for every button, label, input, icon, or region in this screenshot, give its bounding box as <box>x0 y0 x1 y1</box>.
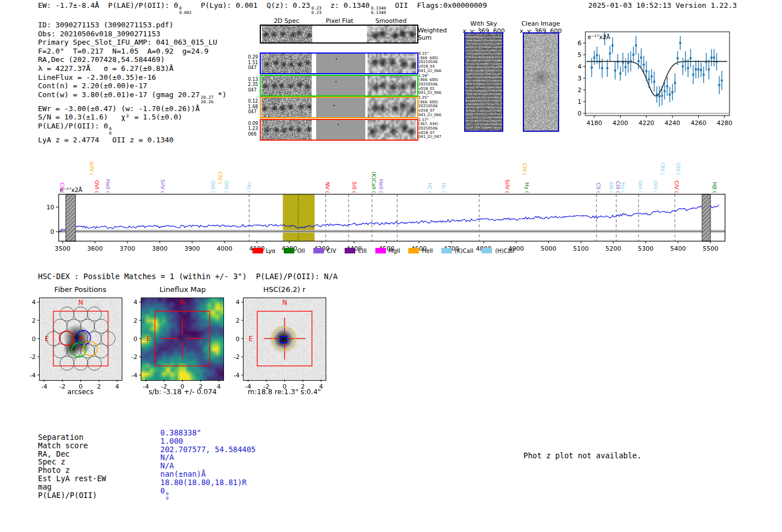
info-line-1: Obs: 20210506v018_3090271153 <box>38 30 227 39</box>
svg-text:-4: -4 <box>41 383 47 390</box>
row-2dspec-image <box>261 54 312 73</box>
svg-text:0: 0 <box>50 228 54 236</box>
line-label-OIII: OIII ( <box>660 162 666 175</box>
row-smoothed-image <box>368 120 416 140</box>
svg-text:N: N <box>282 299 287 306</box>
line-label-Hγ: Hγ ( <box>620 183 626 194</box>
svg-text:4: 4 <box>133 299 137 306</box>
timestamp-version: 2025-01-03 10:52:13 Version 1.22.3 <box>588 1 737 9</box>
row-pixelflat-image <box>316 76 365 95</box>
svg-text:E: E <box>249 335 252 343</box>
row-left-stats-3: 0.091.23066 <box>248 121 258 137</box>
hsc-dex-match-line: HSC-DEX : Possible Matches = 1 (within +… <box>38 272 337 281</box>
info-line-9: EWr = -3.00(±0.47) (w: -1.70(±0.26))Å <box>38 104 227 113</box>
line-label-Hζ: Hζ ( <box>427 183 433 193</box>
row-smoothed-image <box>368 54 416 73</box>
svg-text:5300: 5300 <box>638 245 654 252</box>
match-label-6: mag <box>38 483 51 491</box>
svg-text:2: 2 <box>32 317 36 324</box>
stacked-fraction: 0.13400.1340 <box>371 6 386 15</box>
legend-swatch <box>345 248 355 253</box>
row-right-info-3: 1.57"(367, 434)20210506v018_07041_LU_047 <box>418 118 441 140</box>
match-label-1: Match score <box>38 442 88 450</box>
info-line-5: λ = 4227.37Å σ = 6.27(±0.83)Å <box>38 64 227 73</box>
svg-text:4: 4 <box>236 299 240 306</box>
svg-text:3600: 3600 <box>87 245 103 252</box>
svg-text:4200: 4200 <box>613 119 628 127</box>
weighted-sum-label: Weighted Sum <box>418 27 452 41</box>
svg-text:2: 2 <box>578 87 581 94</box>
row-2dspec-image <box>261 120 312 140</box>
lineflux-map-xlabel: s/b: -3.18 +/- 0.074 <box>149 387 217 396</box>
row-2dspec-image <box>261 98 312 117</box>
line-label-CII: CII ( <box>595 183 602 193</box>
svg-text:4240: 4240 <box>665 119 680 127</box>
svg-text:-4: -4 <box>30 372 36 379</box>
info-line-3: F=2.0" T=0.217 N=1.05 A=0.92 g=24.9 <box>38 47 227 56</box>
spectrum-legend: LyαOIICIVCIIIMgIIHeII(K)CaII(H)CaII <box>252 248 514 254</box>
svg-text:0: 0 <box>133 336 137 343</box>
line-label-SiIV: SiIV ( <box>89 161 95 175</box>
match-value-4: N/A <box>160 462 174 470</box>
line-label-OIII: OIII ( <box>675 162 681 175</box>
hsc-cutout-xlabel: m:18.8 re:1.3" s:0.4" <box>248 387 321 396</box>
info-line-7: Cont(n) = 2.20(±0.00)e-17 <box>38 82 227 90</box>
legend-item-HeII: HeII <box>408 248 433 254</box>
legend-item-OII: OII <box>284 248 305 254</box>
legend-item-CIV: CIV <box>313 248 336 254</box>
header-segment-5: OII <box>395 1 408 9</box>
line-label-Hγ: Hγ ( <box>524 183 530 194</box>
line-label-CII: CII ( <box>59 183 65 193</box>
col-title-smoothed: Smoothed <box>375 17 407 25</box>
weighted-2dspec-image <box>262 26 312 42</box>
line-label-Hη: Hη ( <box>246 182 252 193</box>
svg-text:-4: -4 <box>131 372 137 379</box>
svg-text:4220: 4220 <box>638 119 654 127</box>
svg-text:-2: -2 <box>59 383 65 390</box>
legend-swatch <box>481 248 492 253</box>
line-label-OIII: OIII ( <box>223 180 230 193</box>
svg-text:4280: 4280 <box>717 119 732 127</box>
line-label-OIII: OIII ( <box>210 180 216 193</box>
line-label-HeII: HeII ( <box>378 179 384 193</box>
svg-text:-4: -4 <box>233 372 240 379</box>
fiber-positions-xlabel: arcsecs <box>68 387 94 396</box>
svg-text:10: 10 <box>46 204 54 211</box>
info-line-2: Primary Spec_Slot_IFU_AMP: 041_063_015_L… <box>38 38 227 47</box>
row-right-info-1: 1.29"(369, 600)20210506v018_01041_LU_066 <box>418 74 441 96</box>
weighted-smoothed-image <box>367 26 416 42</box>
row-pixelflat-image <box>316 54 365 73</box>
row-left-stats-0: 0.291.51047 <box>248 55 258 71</box>
svg-text:4: 4 <box>32 299 36 306</box>
line-label-CIV: CIV ( <box>674 180 680 193</box>
info-line-0: ID: 3090271153 (3090271153.pdf) <box>38 21 227 30</box>
legend-item-(H)CaII: (H)CaII <box>481 248 514 254</box>
photz-notice: Phot z plot not available. <box>523 451 641 460</box>
line-label-OIII: OIII ( <box>637 180 643 193</box>
svg-text:0: 0 <box>32 336 36 343</box>
line-label-OVI: OVI ( <box>94 180 100 193</box>
row-smoothed-image <box>368 76 416 95</box>
legend-item-MgII: MgII <box>375 248 400 254</box>
clean-image-frame <box>523 32 559 132</box>
legend-item-(K)CaII: (K)CaII <box>441 248 473 254</box>
header-segment-2: P(Lyα): 0.001 <box>201 1 258 9</box>
line-label-CIII: CIII ( <box>522 163 528 175</box>
match-value-0: 0.388338" <box>160 429 201 437</box>
info-line-11: P(LAE)/P(OII): 000 <box>38 122 227 136</box>
match-label-5: Est LyA rest-EW <box>38 475 106 483</box>
info-line-8: Cont(w) = 3.80(±0.01)e-17 (gmag 20.2720.… <box>38 90 227 104</box>
match-label-0: Separation <box>38 433 83 442</box>
svg-text:-2: -2 <box>233 353 240 361</box>
svg-text:2: 2 <box>133 317 137 324</box>
svg-text:N: N <box>78 299 83 306</box>
info-line-12: LyA z = 2.4774 OII z = 0.1340 <box>38 136 227 145</box>
svg-text:5200: 5200 <box>605 245 621 252</box>
line-label-SiIV: SiIV ( <box>160 179 166 193</box>
line-label-NV: NV ( <box>325 182 331 193</box>
clean-title-text: Clean Image <box>519 20 561 27</box>
info-line-10: S/N = 10.3(±1.6) χ² = 1.5(±0.0) <box>38 113 227 122</box>
svg-text:2: 2 <box>97 383 101 390</box>
legend-swatch <box>313 248 324 253</box>
line-label-OIII: OIII ( <box>652 180 659 193</box>
